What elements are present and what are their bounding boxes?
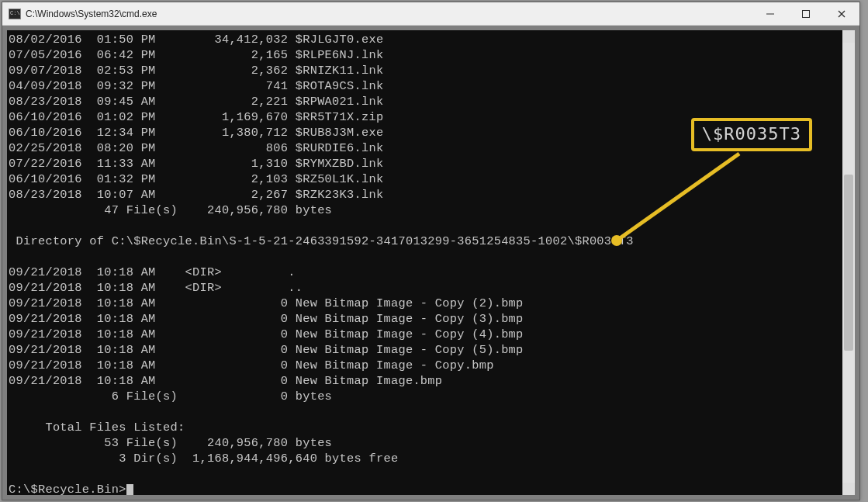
- minimize-button[interactable]: [752, 2, 788, 25]
- svg-rect-1: [803, 10, 810, 17]
- cursor: [126, 484, 133, 495]
- scrollbar-thumb[interactable]: [844, 175, 853, 351]
- maximize-button[interactable]: [788, 2, 824, 25]
- scrollbar[interactable]: [842, 30, 855, 495]
- cmd-window: C:\Windows\System32\cmd.exe 08/02/2016 0…: [2, 2, 860, 500]
- close-button[interactable]: [824, 2, 859, 25]
- console-output[interactable]: 08/02/2016 01:50 PM 34,412,032 $RJLGJT0.…: [7, 30, 855, 495]
- console-frame: 08/02/2016 01:50 PM 34,412,032 $RJLGJT0.…: [2, 26, 859, 500]
- window-title: C:\Windows\System32\cmd.exe: [21, 9, 752, 19]
- callout-box: \$R0035T3: [691, 118, 812, 151]
- callout-text: \$R0035T3: [702, 124, 801, 144]
- cmd-icon: [9, 9, 21, 19]
- window-controls: [752, 2, 859, 25]
- scrollbar-track[interactable]: [842, 43, 855, 483]
- titlebar[interactable]: C:\Windows\System32\cmd.exe: [2, 2, 859, 26]
